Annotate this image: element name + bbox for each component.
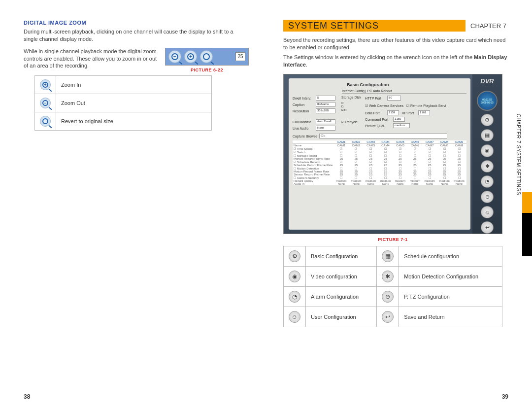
dwell-input[interactable]: 5	[316, 96, 335, 101]
picture-7-1: Basic Configuration Internet Config | PC…	[283, 74, 502, 234]
zoom-legend-table: + Zoom In − Zoom Out Revert to original …	[34, 75, 212, 131]
table-row: ☺ User Configuration ↩ Save and Return	[284, 307, 502, 327]
zoom-value: 25	[235, 52, 245, 61]
bell-icon: ◔	[289, 291, 300, 303]
table-row: ◔ Alarm Configuration ⊖ P.T.Z Configurat…	[284, 287, 502, 307]
section-title: DIGITAL IMAGE ZOOM	[24, 20, 249, 26]
picqual-select[interactable]: medium	[393, 123, 410, 128]
cell-text: Revert to original size	[56, 112, 212, 131]
data-port[interactable]: 1159	[387, 110, 399, 115]
page-number: 39	[502, 393, 508, 400]
bell-icon[interactable]: ◔	[481, 175, 494, 188]
table-row: + Zoom In	[35, 76, 212, 94]
caption-select[interactable]: ID/Name	[316, 102, 335, 107]
motion-icon: ✱	[382, 271, 394, 282]
cell-text: Zoom Out	[56, 94, 212, 112]
chapter-number: CHAPTER 7	[470, 22, 506, 30]
page-number: 38	[24, 393, 30, 400]
thumb-tab-text: CHAPTER 7 SYSTEM SETTINGS	[516, 114, 521, 195]
dvr-logo: DVR	[480, 77, 494, 85]
para-howto: The Settings window is entered by clicki…	[283, 54, 508, 68]
resolution-select[interactable]: 352x288	[316, 108, 335, 113]
config-legend-table: ⚙ Basic Configuration ▦ Schedule configu…	[283, 246, 502, 327]
cell-text: Zoom In	[56, 76, 212, 94]
zoom-out-icon: −	[40, 98, 51, 108]
table-row: ⚙ Basic Configuration ▦ Schedule configu…	[284, 246, 502, 267]
zoom-in-icon[interactable]: +	[184, 50, 197, 63]
zoom-toolbar: − + 25	[165, 48, 249, 66]
camera-table: CAM1CAM2CAM3CAM4CAM5CAM6CAM7CAM8CAM9 Nam…	[293, 140, 466, 185]
pic622-block: − + 25 PICTURE 6-22 While in single chan…	[24, 48, 249, 70]
save-icon: ↩	[382, 311, 394, 323]
page-right: SYSTEM SETTINGS CHAPTER 7 Beyond the rec…	[266, 0, 532, 411]
page-left: DIGITAL IMAGE ZOOM During multi-screen p…	[0, 0, 266, 411]
ptz-icon[interactable]: ⊖	[481, 191, 494, 203]
video-icon: ◉	[289, 271, 300, 282]
para-context: Beyond the recording settings, there are…	[283, 36, 508, 51]
vp-port[interactable]: 1161	[418, 110, 430, 115]
dvr-sidebar: DVR 09:31:52 2008-06-25 ⚙ ▦ ◉ ✱ ◔ ⊖ ☺ ↩	[472, 74, 502, 234]
calendar-icon[interactable]: ▦	[481, 129, 494, 141]
gear-icon[interactable]: ⚙	[481, 114, 494, 126]
table-row: ◉ Video configuration ✱ Motion Detection…	[284, 267, 502, 287]
gear-icon: ⚙	[289, 250, 300, 262]
calendar-icon: ▦	[382, 250, 394, 262]
picture-6-22: − + 25 PICTURE 6-22	[165, 48, 249, 72]
zoom-in-icon: +	[40, 79, 51, 90]
chapter-title: SYSTEM SETTINGS	[288, 21, 379, 31]
chapter-bar: SYSTEM SETTINGS	[283, 20, 466, 32]
motion-icon[interactable]: ✱	[481, 160, 494, 172]
para-intro: During multi-screen playback, clicking o…	[24, 28, 249, 43]
ptz-icon: ⊖	[382, 291, 394, 303]
table-row: − Zoom Out	[35, 94, 212, 112]
video-icon[interactable]: ◉	[481, 144, 494, 157]
save-icon[interactable]: ↩	[481, 221, 494, 234]
zoom-reset-icon	[40, 116, 51, 127]
user-icon[interactable]: ☺	[481, 206, 494, 218]
chapter-header: SYSTEM SETTINGS CHAPTER 7	[283, 20, 508, 32]
table-row: Revert to original size	[35, 112, 212, 131]
cmd-port[interactable]: 1160	[393, 117, 405, 122]
user-icon: ☺	[289, 311, 300, 323]
liveaudio-select[interactable]: None	[316, 126, 335, 131]
settings-window: Basic Configuration Internet Config | PC…	[289, 78, 470, 230]
zoom-reset-icon[interactable]	[200, 50, 213, 63]
picture-label: PICTURE 6-22	[165, 68, 249, 72]
tabs[interactable]: Internet Config | PC Auto Reboot	[342, 89, 466, 94]
zoom-out-icon[interactable]: −	[168, 50, 181, 63]
window-title: Basic Configuration	[347, 82, 466, 87]
thumb-tab	[522, 192, 532, 256]
capture-path[interactable]: C:\	[319, 134, 447, 138]
callmon-select[interactable]: Auto Dwell	[316, 119, 335, 124]
clock: 09:31:52 2008-06-25	[477, 91, 498, 111]
http-port[interactable]: 80	[387, 96, 401, 101]
picture-label: PICTURE 7-1	[283, 237, 502, 242]
